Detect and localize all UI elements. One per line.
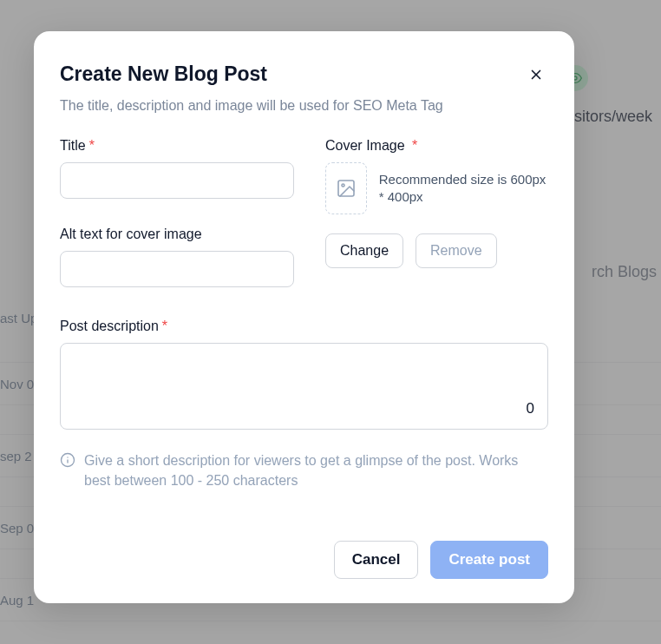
- description-label: Post description*: [60, 319, 548, 334]
- title-label-text: Title: [60, 138, 86, 153]
- info-icon: [60, 452, 75, 471]
- remove-cover-button[interactable]: Remove: [416, 233, 497, 268]
- required-asterisk: *: [89, 138, 95, 153]
- required-asterisk: *: [409, 138, 418, 153]
- change-cover-button[interactable]: Change: [325, 233, 403, 268]
- title-label: Title*: [60, 138, 294, 154]
- description-label-text: Post description: [60, 319, 159, 333]
- description-hint: Give a short description for viewers to …: [84, 450, 548, 490]
- svg-point-4: [342, 184, 344, 187]
- char-count: 0: [527, 400, 534, 417]
- cover-image-placeholder[interactable]: [325, 162, 367, 214]
- cover-image-label-text: Cover Image: [325, 138, 405, 153]
- page-backdrop: sitors/week rch Blogs ast Up Nov 0 sep 2…: [0, 0, 661, 644]
- close-icon: [528, 67, 544, 82]
- required-asterisk: *: [162, 319, 167, 333]
- alt-text-label: Alt text for cover image: [60, 227, 294, 242]
- title-input[interactable]: [60, 162, 294, 199]
- image-icon: [336, 178, 357, 199]
- modal-title: Create New Blog Post: [60, 62, 548, 86]
- cover-image-label: Cover Image *: [325, 138, 548, 154]
- close-button[interactable]: [524, 62, 548, 87]
- create-blog-post-modal: Create New Blog Post The title, descript…: [34, 31, 574, 603]
- create-post-button[interactable]: Create post: [430, 541, 548, 579]
- alt-text-input[interactable]: [60, 251, 294, 287]
- description-textarea[interactable]: [60, 343, 548, 430]
- cover-image-hint: Recommended size is 600px * 400px: [379, 171, 548, 207]
- modal-subtitle: The title, description and image will be…: [60, 98, 548, 114]
- cancel-button[interactable]: Cancel: [334, 541, 419, 579]
